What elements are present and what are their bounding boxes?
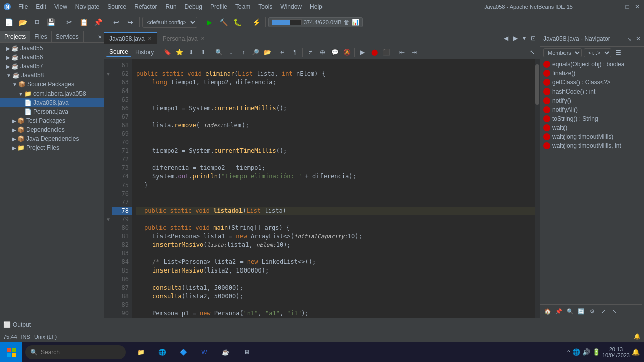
redo-btn[interactable]: ↪	[124, 16, 137, 29]
taskbar-explorer[interactable]: 📁	[131, 342, 151, 363]
nav-hashcode[interactable]: hashCode() : int	[540, 87, 644, 96]
nav-notify[interactable]: notify()	[540, 96, 644, 105]
find-next-btn[interactable]: ↓	[225, 47, 236, 58]
tray-volume[interactable]: 🔊	[582, 348, 590, 356]
tree-java058[interactable]: ▼ ☕ Java058	[0, 71, 104, 80]
source-btn[interactable]: Source	[106, 47, 131, 57]
taskbar-edge[interactable]: 🔷	[173, 342, 193, 363]
tree-source-packages[interactable]: ▼ 📦 Source Packages	[0, 80, 104, 89]
nav-getclass[interactable]: getClass() : Class<?>	[540, 78, 644, 87]
next-bookmark-btn[interactable]: ⬇	[186, 47, 197, 58]
tab-scroll-right[interactable]: ▶	[511, 34, 520, 43]
menu-run[interactable]: Run	[162, 1, 181, 12]
taskbar-app6[interactable]: 🖥	[236, 342, 257, 363]
breakpoint-btn[interactable]: ⬤	[369, 47, 380, 58]
paste-btn[interactable]: 📌	[91, 16, 104, 29]
history-btn[interactable]: History	[132, 48, 157, 57]
tree-dependencies[interactable]: ▶ 📦 Dependencies	[0, 125, 104, 134]
expand-test-packages[interactable]: ▶	[12, 118, 16, 124]
toggle-bookmark-btn[interactable]: ⭐	[174, 47, 185, 58]
tab-list-btn[interactable]: ▾	[521, 34, 528, 43]
cut-btn[interactable]: ✂	[63, 16, 76, 29]
navigator-list-view-btn[interactable]: ☰	[613, 48, 623, 58]
tray-battery[interactable]: 🔋	[592, 348, 600, 356]
tab-persona[interactable]: Persona.java ✕	[157, 32, 210, 44]
menu-refactor[interactable]: Refactor	[130, 1, 161, 12]
save-btn[interactable]: 💾	[44, 16, 57, 29]
tree-test-packages[interactable]: ▶ 📦 Test Packages	[0, 116, 104, 125]
tree-java-dependencies[interactable]: ▶ 📦 Java Dependencies	[0, 134, 104, 143]
tree-java058-file[interactable]: 📄 Java058.java	[0, 98, 104, 107]
expand-java058[interactable]: ▼	[6, 73, 11, 78]
nav-equals[interactable]: equals(Object obj) : boolea	[540, 60, 644, 69]
tree-package[interactable]: ▼ 📁 com.labora.java058	[0, 89, 104, 98]
nav-refresh[interactable]: 🔄	[577, 307, 586, 316]
files-tab[interactable]: Files	[30, 31, 51, 42]
diff-btn[interactable]: ≠	[305, 47, 316, 58]
menu-tools[interactable]: Tools	[254, 1, 276, 12]
tree-project-files[interactable]: ▶ 📁 Project Files	[0, 143, 104, 152]
config-select[interactable]: <default config>	[142, 17, 197, 28]
find-prev-btn[interactable]: ↑	[237, 47, 249, 58]
menu-view[interactable]: View	[50, 1, 71, 12]
menu-profile[interactable]: Profile	[206, 1, 231, 12]
nav-wait[interactable]: wait()	[540, 123, 644, 132]
code-text[interactable]: public static void eliminar(List lista, …	[132, 59, 540, 318]
close-btn[interactable]: ✕	[633, 2, 642, 11]
nav-find[interactable]: 🔍	[566, 307, 575, 316]
expand-btn[interactable]: ⤡	[527, 47, 538, 58]
output-tab[interactable]: ⬜ Output	[3, 321, 31, 328]
nav-tostring[interactable]: toString() : String	[540, 114, 644, 123]
menu-window[interactable]: Window	[276, 1, 306, 12]
search-btn[interactable]: 🔍	[213, 47, 224, 58]
members-filter-select[interactable]: Members	[543, 48, 582, 57]
copy-btn[interactable]: 📋	[77, 16, 90, 29]
find-in-files-btn[interactable]: 📂	[262, 47, 273, 58]
taskbar-chrome[interactable]: 🌐	[152, 342, 172, 363]
debug-btn[interactable]: 🐛	[231, 16, 244, 29]
expand-package[interactable]: ▼	[18, 91, 23, 97]
split-editor-btn[interactable]: ⊡	[529, 34, 538, 43]
next-diff-btn[interactable]: ⊕	[317, 47, 328, 58]
comment-btn[interactable]: 💬	[329, 47, 340, 58]
nav-go-to-source[interactable]: 🏠	[543, 307, 552, 316]
tree-java057[interactable]: ▶ ☕ Java057	[0, 62, 104, 71]
nav-settings[interactable]: ⚙	[588, 307, 597, 316]
close-project-btn[interactable]: ⊡	[30, 16, 43, 29]
nav-finalize[interactable]: finalize()	[540, 69, 644, 78]
taskbar-clock[interactable]: 20:13 10/04/2023	[602, 346, 630, 358]
code-editor[interactable]: ▼ ▼	[104, 59, 540, 318]
uncomment-btn[interactable]: 🔕	[341, 47, 352, 58]
expand-java055[interactable]: ▶	[6, 46, 10, 51]
build-btn[interactable]: 🔨	[217, 16, 230, 29]
tab-java058[interactable]: Java058.java ✕	[104, 32, 157, 44]
go-to-source-btn[interactable]: 🔖	[162, 47, 173, 58]
tree-persona-file[interactable]: 📄 Persona.java	[0, 107, 104, 116]
tab-java058-close[interactable]: ✕	[148, 36, 152, 41]
expand-source-packages[interactable]: ▼	[12, 82, 17, 87]
tree-java055[interactable]: ▶ ☕ Java055	[0, 44, 104, 53]
taskbar-netbeans[interactable]: ☕	[215, 342, 235, 363]
new-project-btn[interactable]: 📄	[2, 16, 15, 29]
tray-network[interactable]: 🌐	[572, 348, 580, 356]
expand-dependencies[interactable]: ▶	[12, 127, 16, 133]
expand-project-files[interactable]: ▶	[12, 145, 16, 151]
heap-btn[interactable]: 📊	[352, 19, 359, 26]
prev-bookmark-btn[interactable]: ⬆	[198, 47, 209, 58]
menu-navigate[interactable]: Navigate	[71, 1, 103, 12]
gc-btn[interactable]: 🗑	[344, 19, 350, 26]
stop-btn[interactable]: ⬛	[381, 47, 392, 58]
menu-team[interactable]: Team	[231, 1, 254, 12]
nav-wait-long-int[interactable]: wait(long timeoutMillis, int	[540, 141, 644, 150]
open-project-btn[interactable]: 📂	[16, 16, 29, 29]
fold-line-80[interactable]: ▼	[104, 215, 112, 224]
sidebar-close-btn[interactable]: ✕	[96, 31, 104, 42]
menu-help[interactable]: Help	[306, 1, 327, 12]
scope-filter-select[interactable]: <i...>	[584, 48, 611, 57]
profile-btn[interactable]: ⚡	[250, 16, 263, 29]
find-selection-btn[interactable]: 🔎	[250, 47, 261, 58]
tab-persona-close[interactable]: ✕	[201, 36, 205, 41]
toggle-line-wrap-btn[interactable]: ↵	[277, 47, 288, 58]
show-all-chars-btn[interactable]: ¶	[289, 47, 300, 58]
taskbar-word[interactable]: W	[194, 342, 214, 363]
